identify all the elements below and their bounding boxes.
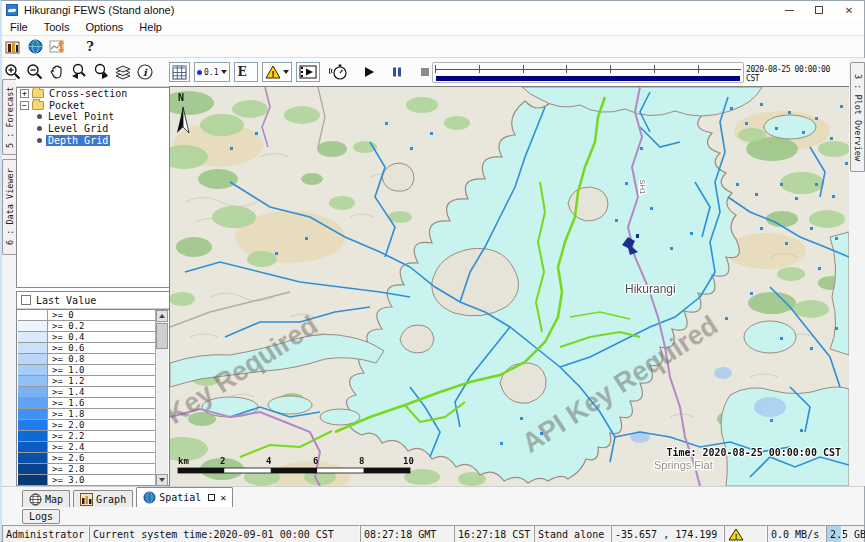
app-window: Hikurangi FEWS (Stand alone) ✕ File Tool… [0, 0, 865, 542]
legend-color-swatch [18, 398, 48, 408]
tree-item-pocket[interactable]: − Pocket [17, 100, 169, 112]
tab-map[interactable]: Map [22, 490, 70, 507]
globe-explorer-icon[interactable] [24, 37, 46, 57]
tab-restore-icon[interactable] [208, 494, 215, 501]
tab-close-icon[interactable]: ✕ [220, 492, 226, 503]
status-segment: 2.5 GB [826, 525, 865, 542]
legend-color-scale: >= 0>= 0.2>= 0.4>= 0.6>= 0.8>= 1.0>= 1.2… [18, 310, 155, 486]
legend-row[interactable]: >= 2.0 [18, 420, 155, 431]
menu-file[interactable]: File [2, 21, 36, 33]
tree-item-level-point[interactable]: Level Point [17, 111, 169, 123]
app-logo-icon [6, 4, 18, 16]
tab-plot-overview[interactable]: 3 : Plot Overview [850, 62, 865, 172]
menu-tools[interactable]: Tools [36, 21, 78, 33]
legend-color-swatch [18, 332, 48, 342]
zoom-next-icon[interactable] [90, 61, 112, 83]
bullet-icon [37, 114, 42, 119]
scroll-down-icon[interactable] [156, 474, 168, 486]
legend-threshold-label: >= 2.0 [48, 420, 85, 430]
legend-threshold-label: >= 0.6 [48, 343, 85, 353]
spatial-display-icon[interactable] [46, 37, 68, 57]
maximize-button[interactable] [804, 1, 834, 19]
tab-forecast[interactable]: 5 : Forecast [2, 79, 16, 155]
legend-color-swatch [18, 475, 48, 485]
legend-threshold-label: >= 1.4 [48, 387, 85, 397]
legend-row[interactable]: >= 3.0 [18, 475, 155, 486]
layers-icon[interactable] [112, 61, 134, 83]
time-slider[interactable] [432, 62, 744, 83]
legend-color-swatch [18, 365, 48, 375]
zoom-out-icon[interactable] [24, 61, 46, 83]
pan-hand-icon[interactable] [46, 61, 68, 83]
warning-triangle-icon: ! [265, 65, 281, 79]
legend-row[interactable]: >= 1.4 [18, 387, 155, 398]
svg-text:6: 6 [313, 456, 318, 466]
legend-threshold-label: >= 1.8 [48, 409, 85, 419]
main-area: 5 : Forecast 6 : Data Viewer + Cross-sec… [2, 87, 864, 486]
menu-help[interactable]: Help [131, 21, 170, 33]
legend-threshold-label: >= 1.2 [48, 376, 85, 386]
tab-graph[interactable]: Graph [73, 490, 133, 507]
svg-text:!: ! [272, 69, 275, 79]
tree-expander-icon[interactable]: + [20, 89, 29, 98]
bullet-icon [37, 138, 42, 143]
legend-row[interactable]: >= 2.8 [18, 464, 155, 475]
last-value-checkbox[interactable] [21, 295, 31, 305]
legend-row[interactable]: >= 0 [18, 310, 155, 321]
legend-color-swatch [18, 442, 48, 452]
menu-options[interactable]: Options [77, 21, 131, 33]
threshold-value-dropdown[interactable]: 0.1 [194, 62, 230, 82]
map-time-label: Time: 2020-08-25 00:00:00 CST [666, 447, 841, 458]
animation-movie-button[interactable] [296, 62, 320, 82]
legend-row[interactable]: >= 2.4 [18, 442, 155, 453]
legend-color-swatch [18, 321, 48, 331]
legend-row[interactable]: >= 0.4 [18, 332, 155, 343]
legend-toggle-button[interactable]: E [234, 62, 258, 82]
legend-threshold-label: >= 0 [48, 310, 74, 320]
legend-header: Last Value [17, 292, 169, 309]
warning-thresholds-dropdown[interactable]: ! [262, 62, 292, 82]
chevron-down-icon [221, 70, 227, 74]
tab-data-viewer[interactable]: 6 : Data Viewer [2, 159, 16, 255]
spatial-map[interactable]: API Key Required API Key Required Hikura… [170, 87, 849, 486]
main-toolbar: ? [2, 36, 864, 58]
legend-row[interactable]: >= 2.2 [18, 431, 155, 442]
legend-scrollbar[interactable] [155, 310, 168, 486]
road-label: SH1 [638, 179, 647, 195]
folder-icon [32, 101, 44, 110]
legend-row[interactable]: >= 0.2 [18, 321, 155, 332]
filter-tree-panel: + Cross-section − Pocket Level Point Lev… [16, 87, 170, 288]
help-button[interactable]: ? [79, 37, 101, 57]
legend-threshold-label: >= 2.8 [48, 464, 85, 474]
play-button[interactable] [358, 61, 380, 83]
tree-expander-icon[interactable]: − [20, 101, 29, 110]
legend-row[interactable]: >= 0.6 [18, 343, 155, 354]
zoom-previous-icon[interactable] [68, 61, 90, 83]
legend-row[interactable]: >= 1.2 [18, 376, 155, 387]
legend-row[interactable]: >= 1.8 [18, 409, 155, 420]
legend-threshold-label: >= 1.0 [48, 365, 85, 375]
grid-display-button[interactable] [169, 62, 190, 82]
legend-row[interactable]: >= 2.6 [18, 453, 155, 464]
tree-item-depth-grid[interactable]: Depth Grid [17, 134, 169, 146]
minimize-button[interactable] [774, 1, 804, 19]
legend-row[interactable]: >= 1.6 [18, 398, 155, 409]
scrollbar-thumb[interactable] [156, 323, 168, 349]
legend-color-swatch [18, 354, 48, 364]
status-segment: Administrator [2, 525, 89, 542]
legend-color-swatch [18, 420, 48, 430]
tree-item-level-grid[interactable]: Level Grid [17, 123, 169, 135]
tab-spatial[interactable]: Spatial ✕ [136, 487, 233, 507]
legend-row[interactable]: >= 1.0 [18, 365, 155, 376]
legend-row[interactable]: >= 0.8 [18, 354, 155, 365]
timer-stopwatch-icon[interactable] [328, 61, 350, 83]
tree-item-cross-section[interactable]: + Cross-section [17, 88, 169, 100]
close-button[interactable]: ✕ [834, 1, 864, 19]
scroll-up-icon[interactable] [156, 310, 168, 322]
time-slider-range-bar[interactable] [436, 76, 740, 81]
database-viewer-icon[interactable] [2, 37, 24, 57]
pause-button[interactable] [386, 61, 408, 83]
logs-button[interactable]: Logs [22, 509, 60, 524]
status-warning-cell[interactable]: ! [724, 525, 767, 542]
info-icon[interactable]: i [134, 61, 156, 83]
